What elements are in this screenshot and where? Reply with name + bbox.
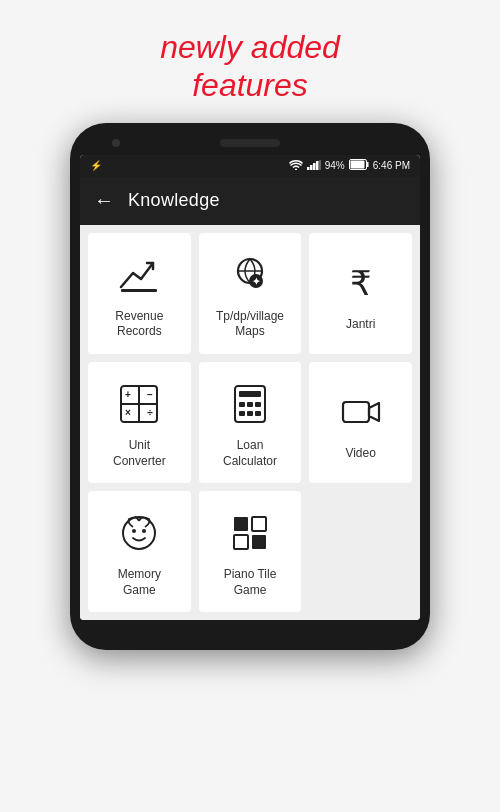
app-bar-title: Knowledge [128,190,220,211]
signal-bars [307,160,321,172]
grid-item-piano-tile[interactable]: Piano TileGame [199,491,302,612]
phone-top-bar [80,137,420,155]
back-button[interactable]: ← [94,189,114,212]
svg-rect-29 [343,402,369,422]
svg-rect-6 [366,162,368,167]
grid-item-memory-game[interactable]: MemoryGame [88,491,191,612]
svg-text:✦: ✦ [252,276,261,287]
unit-converter-icon: + − × ÷ [113,378,165,430]
svg-rect-23 [239,402,245,407]
tp-maps-label: Tp/dp/villageMaps [216,309,284,340]
usb-icon: ⚡ [90,160,102,171]
grid-item-jantri[interactable]: ₹ Jantri [309,233,412,354]
grid-item-revenue-records[interactable]: RevenueRecords [88,233,191,354]
svg-rect-8 [121,289,157,292]
memory-game-label: MemoryGame [118,567,161,598]
phone-shell: ⚡ [70,123,430,651]
battery-percent: 94% [325,160,345,171]
status-right: 94% 6:46 PM [289,159,410,172]
svg-text:₹: ₹ [350,264,372,302]
svg-rect-4 [319,160,321,170]
status-left: ⚡ [90,160,106,171]
piano-tile-icon [224,507,276,559]
svg-rect-36 [234,535,248,549]
svg-point-33 [142,529,146,533]
svg-text:÷: ÷ [148,407,154,418]
svg-rect-2 [313,163,316,170]
grid-item-unit-converter[interactable]: + − × ÷ UnitConverter [88,362,191,483]
video-icon [335,386,387,438]
wifi-icon [289,160,303,172]
phone-screen: ⚡ [80,155,420,621]
time: 6:46 PM [373,160,410,171]
loan-calculator-icon [224,378,276,430]
jantri-label: Jantri [346,317,375,333]
loan-calculator-label: LoanCalculator [223,438,277,469]
svg-point-32 [132,529,136,533]
svg-rect-37 [252,535,266,549]
speaker [220,139,280,147]
tp-maps-icon: ✦ [224,249,276,301]
memory-game-icon [113,507,165,559]
phone-bottom [80,620,420,632]
svg-rect-26 [239,411,245,416]
status-bar: ⚡ [80,155,420,177]
grid-item-video[interactable]: Video [309,362,412,483]
grid-item-tp-maps[interactable]: ✦ Tp/dp/villageMaps [199,233,302,354]
svg-rect-24 [247,402,253,407]
svg-rect-22 [239,391,261,397]
svg-rect-34 [234,517,248,531]
svg-rect-28 [255,411,261,416]
front-camera [112,139,120,147]
svg-rect-3 [316,161,319,170]
svg-rect-0 [307,167,310,170]
grid-container: RevenueRecords ✦ Tp/dp/villageMaps [80,225,420,621]
battery-icon [349,159,369,172]
grid-item-loan-calculator[interactable]: LoanCalculator [199,362,302,483]
app-bar: ← Knowledge [80,177,420,225]
unit-converter-label: UnitConverter [113,438,166,469]
svg-rect-7 [350,161,364,169]
page-header: newly added features [140,0,360,123]
svg-marker-30 [369,403,379,421]
revenue-records-label: RevenueRecords [115,309,163,340]
svg-text:+: + [125,389,131,400]
video-label: Video [345,446,375,462]
svg-rect-25 [255,402,261,407]
page-title: newly added features [160,28,340,105]
piano-tile-label: Piano TileGame [224,567,277,598]
svg-rect-35 [252,517,266,531]
revenue-records-icon [113,249,165,301]
svg-text:×: × [125,407,131,418]
jantri-icon: ₹ [335,257,387,309]
svg-rect-1 [310,165,313,170]
svg-rect-27 [247,411,253,416]
svg-text:−: − [147,389,153,400]
